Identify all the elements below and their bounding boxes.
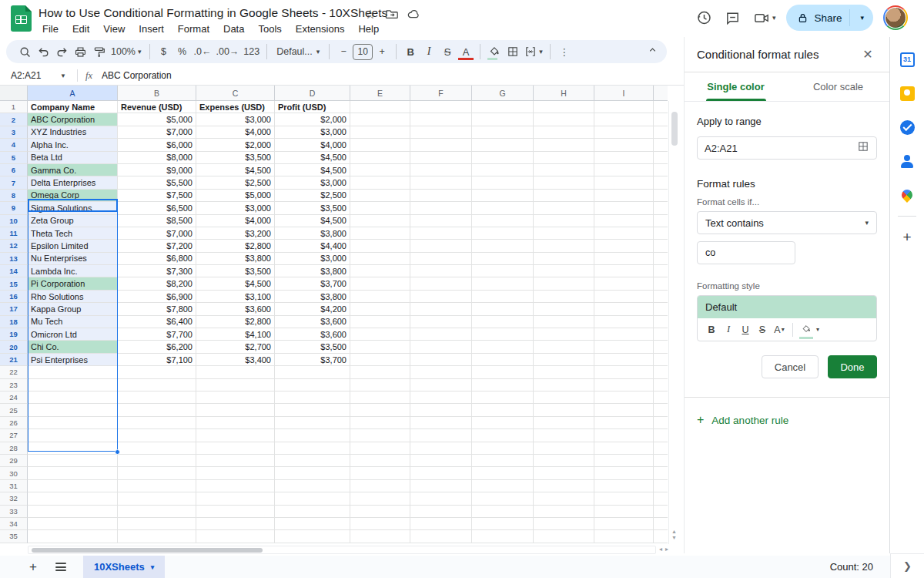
cell[interactable]: [350, 506, 410, 518]
cell[interactable]: [350, 215, 410, 227]
cell[interactable]: Pi Corporation: [28, 277, 118, 290]
cell[interactable]: [350, 379, 410, 391]
cell[interactable]: [196, 379, 275, 391]
cell[interactable]: $7,100: [118, 354, 196, 366]
keep-icon[interactable]: [899, 85, 916, 102]
cell[interactable]: Alpha Inc.: [28, 139, 118, 151]
cell[interactable]: [654, 190, 668, 202]
cell[interactable]: [594, 253, 654, 265]
cell[interactable]: [534, 417, 594, 429]
name-box[interactable]: A2:A21: [0, 70, 59, 81]
cell[interactable]: [594, 492, 654, 505]
cell[interactable]: [472, 126, 534, 139]
cell[interactable]: [594, 152, 654, 164]
cell[interactable]: [410, 506, 472, 518]
cell[interactable]: [275, 506, 350, 518]
cell[interactable]: Gamma Co.: [28, 164, 118, 176]
cell[interactable]: [534, 391, 594, 404]
cell[interactable]: [28, 391, 118, 404]
cell[interactable]: [350, 442, 410, 455]
menu-insert[interactable]: Insert: [133, 22, 169, 36]
cell[interactable]: [118, 506, 196, 518]
cell[interactable]: [472, 467, 534, 479]
print-icon[interactable]: [71, 42, 89, 61]
cell[interactable]: $2,800: [196, 316, 275, 328]
cell[interactable]: [594, 417, 654, 429]
menu-view[interactable]: View: [98, 22, 130, 36]
cell[interactable]: [350, 417, 410, 429]
cell[interactable]: $5,500: [118, 176, 196, 189]
menu-help[interactable]: Help: [353, 22, 384, 36]
cell[interactable]: [350, 101, 410, 113]
cell[interactable]: [654, 354, 668, 366]
cell[interactable]: [28, 467, 118, 479]
cell[interactable]: [350, 227, 410, 240]
document-title[interactable]: How to Use Conditional Formatting in Goo…: [38, 6, 387, 20]
cell[interactable]: [410, 303, 472, 315]
cell[interactable]: [196, 506, 275, 518]
cell[interactable]: $7,000: [118, 126, 196, 139]
cell[interactable]: [410, 101, 472, 113]
row-header-29[interactable]: 29: [0, 455, 28, 467]
cell[interactable]: $6,900: [118, 291, 196, 303]
cell[interactable]: $3,700: [275, 354, 350, 366]
cell[interactable]: [534, 190, 594, 202]
cell[interactable]: [410, 152, 472, 164]
row-header-31[interactable]: 31: [0, 480, 28, 492]
cell[interactable]: [28, 455, 118, 467]
cell[interactable]: [350, 113, 410, 126]
cell[interactable]: $3,000: [196, 202, 275, 214]
cell[interactable]: $4,400: [275, 240, 350, 252]
cell[interactable]: [350, 530, 410, 543]
font-size-input[interactable]: 10: [353, 44, 373, 60]
cell[interactable]: [654, 227, 668, 240]
paint-format-icon[interactable]: [89, 42, 108, 61]
cell[interactable]: [118, 404, 196, 416]
cell[interactable]: Nu Enterprises: [28, 253, 118, 265]
row-header-30[interactable]: 30: [0, 467, 28, 479]
cell[interactable]: [654, 277, 668, 290]
name-box-caret-icon[interactable]: ▼: [60, 72, 66, 79]
menu-edit[interactable]: Edit: [67, 22, 95, 36]
cell[interactable]: [594, 240, 654, 252]
cell[interactable]: [28, 442, 118, 455]
cell[interactable]: [350, 190, 410, 202]
row-header-26[interactable]: 26: [0, 417, 28, 429]
cell[interactable]: $3,800: [275, 291, 350, 303]
cell[interactable]: [410, 379, 472, 391]
menu-tools[interactable]: Tools: [253, 22, 286, 36]
cell[interactable]: [534, 291, 594, 303]
cell[interactable]: [472, 404, 534, 416]
cell[interactable]: [472, 442, 534, 455]
cell[interactable]: [594, 480, 654, 492]
cell[interactable]: $9,000: [118, 164, 196, 176]
cell[interactable]: [410, 429, 472, 442]
cell[interactable]: [275, 379, 350, 391]
cell[interactable]: [594, 139, 654, 151]
row-header-18[interactable]: 18: [0, 316, 28, 328]
cell[interactable]: [654, 215, 668, 227]
cell[interactable]: [654, 253, 668, 265]
cell[interactable]: [594, 455, 654, 467]
cell[interactable]: Chi Co.: [28, 341, 118, 353]
cell[interactable]: $3,800: [275, 265, 350, 277]
cell[interactable]: [472, 316, 534, 328]
cell[interactable]: [118, 455, 196, 467]
cell[interactable]: [350, 366, 410, 378]
cell[interactable]: [534, 176, 594, 189]
cell[interactable]: Zeta Group: [28, 215, 118, 227]
cell[interactable]: Profit (USD): [275, 101, 350, 113]
cell[interactable]: [594, 467, 654, 479]
cell[interactable]: Sigma Solutions: [28, 202, 118, 214]
cell[interactable]: [472, 215, 534, 227]
cell[interactable]: [472, 506, 534, 518]
cell[interactable]: [472, 190, 534, 202]
cell[interactable]: [472, 101, 534, 113]
cell[interactable]: [472, 176, 534, 189]
cell[interactable]: [472, 530, 534, 543]
cell[interactable]: $7,700: [118, 328, 196, 341]
cell[interactable]: [275, 467, 350, 479]
cell[interactable]: [594, 291, 654, 303]
count-status[interactable]: Count: 20: [830, 556, 873, 578]
row-header-33[interactable]: 33: [0, 506, 28, 518]
